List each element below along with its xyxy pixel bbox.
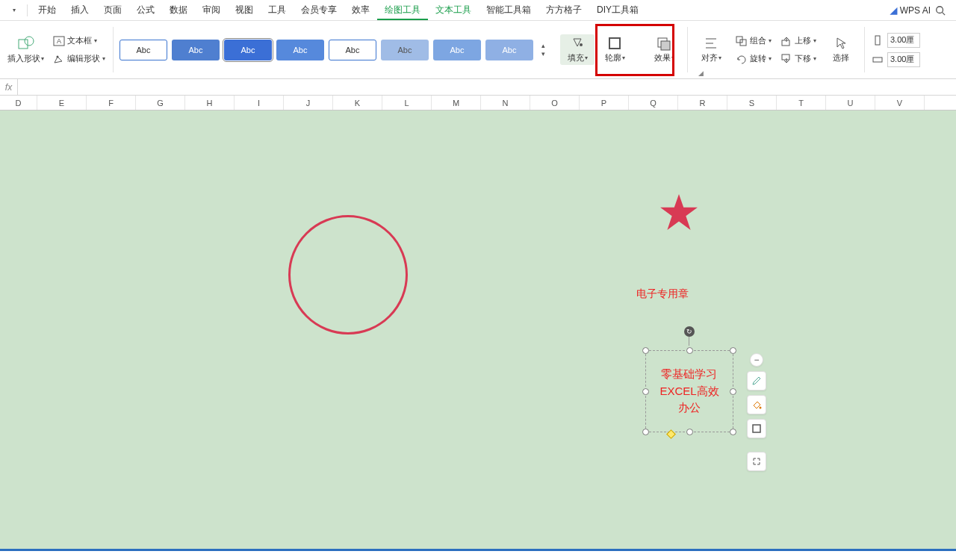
insert-shape-button[interactable]: 插入形状▾ bbox=[6, 34, 46, 66]
tab-text-tools[interactable]: 文本工具 bbox=[428, 0, 479, 20]
resize-handle[interactable] bbox=[730, 388, 736, 395]
col-header[interactable]: U bbox=[826, 96, 875, 110]
effect-button[interactable]: 效果▾ bbox=[647, 34, 681, 65]
fill-tool-icon[interactable] bbox=[747, 395, 766, 414]
outline-tool-icon[interactable] bbox=[747, 419, 766, 438]
svg-point-0 bbox=[937, 6, 943, 13]
col-header[interactable]: R bbox=[678, 96, 727, 110]
outline-icon bbox=[606, 36, 623, 51]
resize-handle[interactable] bbox=[730, 429, 736, 435]
shape-star[interactable] bbox=[659, 193, 698, 231]
svg-rect-8 bbox=[609, 38, 620, 49]
tab-insert[interactable]: 插入 bbox=[63, 0, 96, 20]
col-header[interactable]: T bbox=[777, 96, 826, 110]
col-header[interactable]: V bbox=[875, 96, 925, 110]
col-header[interactable]: N bbox=[481, 96, 530, 110]
tab-tools[interactable]: 工具 bbox=[261, 0, 294, 20]
formula-input[interactable] bbox=[18, 79, 956, 95]
shape-style-3[interactable]: Abc bbox=[224, 40, 272, 60]
formula-bar: fx bbox=[0, 79, 956, 96]
resize-handle[interactable] bbox=[686, 429, 693, 435]
resize-handle[interactable] bbox=[642, 388, 649, 395]
rotate-button[interactable]: 旋转▾ bbox=[734, 52, 773, 66]
wps-ai-button[interactable]: ◢ WPS AI bbox=[886, 5, 935, 16]
move-down-button[interactable]: 下移▾ bbox=[779, 52, 818, 66]
col-header[interactable]: G bbox=[136, 96, 185, 110]
stamp-label-text[interactable]: 电子专用章 bbox=[636, 287, 689, 301]
col-header[interactable]: M bbox=[432, 96, 481, 110]
tab-diy-toolbox[interactable]: DIY工具箱 bbox=[589, 0, 646, 20]
floating-toolbar: − bbox=[747, 353, 766, 471]
ribbon-dialog-launcher[interactable]: ◢ bbox=[698, 69, 704, 77]
rotate-icon bbox=[736, 53, 748, 65]
col-header[interactable]: P bbox=[580, 96, 629, 110]
tab-ffgz[interactable]: 方方格子 bbox=[538, 0, 589, 20]
shape-style-1[interactable]: Abc bbox=[120, 40, 167, 60]
svg-line-1 bbox=[943, 12, 946, 15]
app-menu-dropdown[interactable]: ▾ bbox=[4, 7, 24, 13]
textbox-button[interactable]: A 文本框▾ bbox=[52, 34, 107, 48]
col-header[interactable]: L bbox=[382, 96, 432, 110]
resize-handle[interactable] bbox=[730, 347, 736, 354]
tab-formula[interactable]: 公式 bbox=[129, 0, 162, 20]
textbox-icon: A bbox=[53, 35, 65, 47]
svg-rect-21 bbox=[753, 425, 760, 432]
col-header[interactable]: Q bbox=[629, 96, 678, 110]
tab-start[interactable]: 开始 bbox=[31, 0, 63, 20]
rotation-handle[interactable]: ↻ bbox=[684, 326, 695, 337]
ribbon: 插入形状▾ A 文本框▾ 编辑形状▾ Abc Abc Abc Abc Abc A… bbox=[0, 21, 956, 79]
shape-style-6[interactable]: Abc bbox=[381, 40, 429, 60]
collapse-icon[interactable]: − bbox=[750, 353, 763, 367]
shape-style-7[interactable]: Abc bbox=[433, 40, 481, 60]
search-icon[interactable] bbox=[935, 5, 956, 16]
fill-button[interactable]: 填充▾ bbox=[560, 34, 595, 65]
tab-drawing-tools[interactable]: 绘图工具 bbox=[377, 0, 428, 20]
width-input[interactable]: 3.00厘 bbox=[887, 52, 920, 67]
width-icon bbox=[871, 54, 884, 66]
spreadsheet-canvas[interactable]: 电子专用章 ↻ 零基础学习 EXCEL高效 办公 − bbox=[0, 111, 956, 551]
resize-handle[interactable] bbox=[686, 347, 693, 354]
separator bbox=[27, 4, 28, 16]
edit-shape-button[interactable]: 编辑形状▾ bbox=[52, 52, 107, 66]
shape-circle[interactable] bbox=[288, 215, 408, 335]
tab-page[interactable]: 页面 bbox=[96, 0, 129, 20]
height-input[interactable]: 3.00厘 bbox=[887, 33, 920, 48]
tab-vip[interactable]: 会员专享 bbox=[294, 0, 344, 20]
svg-rect-17 bbox=[782, 55, 789, 60]
move-up-button[interactable]: 上移▾ bbox=[779, 34, 818, 48]
shape-styles-more[interactable]: ▴▾ bbox=[538, 42, 548, 57]
col-header[interactable]: H bbox=[185, 96, 235, 110]
tab-review[interactable]: 审阅 bbox=[195, 0, 228, 20]
effect-icon bbox=[656, 36, 672, 51]
tab-data[interactable]: 数据 bbox=[162, 0, 195, 20]
shape-style-2[interactable]: Abc bbox=[172, 40, 220, 60]
tab-efficiency[interactable]: 效率 bbox=[344, 0, 377, 20]
col-header[interactable]: E bbox=[37, 96, 87, 110]
col-header[interactable]: K bbox=[333, 96, 382, 110]
select-button[interactable]: 选择 bbox=[824, 34, 858, 65]
col-header[interactable]: J bbox=[284, 96, 333, 110]
tab-view[interactable]: 视图 bbox=[228, 0, 261, 20]
col-header[interactable]: F bbox=[87, 96, 136, 110]
col-header[interactable]: S bbox=[727, 96, 777, 110]
resize-handle[interactable] bbox=[642, 429, 649, 435]
align-button[interactable]: 对齐▾ bbox=[694, 34, 728, 65]
edit-icon[interactable] bbox=[747, 371, 766, 391]
shape-style-4[interactable]: Abc bbox=[276, 40, 324, 60]
move-down-icon bbox=[780, 53, 792, 65]
fx-icon[interactable]: fx bbox=[0, 79, 18, 95]
textbox-content[interactable]: 零基础学习 EXCEL高效 办公 bbox=[650, 355, 729, 428]
resize-handle[interactable] bbox=[642, 347, 649, 354]
selected-textbox[interactable]: ↻ 零基础学习 EXCEL高效 办公 bbox=[641, 346, 738, 437]
outline-button[interactable]: 轮廓▾ bbox=[598, 34, 632, 65]
col-header[interactable]: D bbox=[0, 96, 37, 110]
col-header[interactable]: I bbox=[235, 96, 284, 110]
svg-point-7 bbox=[580, 43, 583, 46]
group-button[interactable]: 组合▾ bbox=[734, 34, 773, 48]
wps-ai-icon: ◢ bbox=[890, 5, 897, 16]
shape-style-5[interactable]: Abc bbox=[329, 40, 376, 60]
more-tools-icon[interactable] bbox=[747, 452, 766, 471]
tab-smart-toolbox[interactable]: 智能工具箱 bbox=[479, 0, 538, 20]
shape-style-8[interactable]: Abc bbox=[485, 40, 533, 60]
col-header[interactable]: O bbox=[530, 96, 580, 110]
